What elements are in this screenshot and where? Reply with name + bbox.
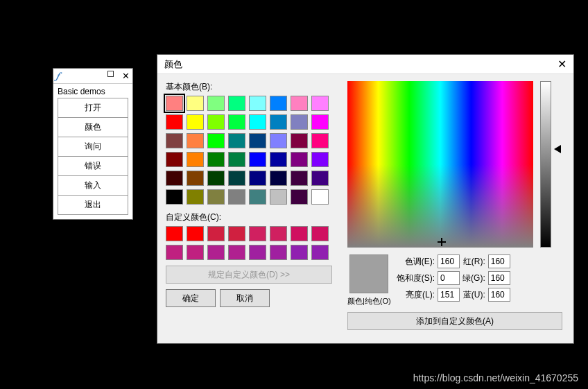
color-swatch[interactable] [270,189,287,205]
custom-swatch[interactable] [291,226,308,241]
custom-swatch[interactable] [166,245,183,260]
ok-button[interactable]: 确定 [166,289,216,307]
menu-item[interactable]: 颜色 [58,117,128,137]
custom-swatch[interactable] [311,245,329,260]
color-swatch[interactable] [187,133,204,148]
color-swatch[interactable] [291,189,308,205]
close-icon[interactable]: ✕ [557,58,567,71]
color-swatch[interactable] [270,171,287,186]
custom-colors-label: 自定义颜色(C): [166,211,338,223]
lum-input[interactable] [438,288,460,302]
color-swatch[interactable] [166,171,183,186]
color-swatch[interactable] [166,152,183,167]
blue-input[interactable] [488,288,510,302]
preview-label: 颜色|纯色(O) [347,296,391,306]
color-swatch[interactable] [291,133,308,148]
blue-label: 蓝(U): [462,289,485,301]
color-swatch[interactable] [249,189,266,205]
menu-item[interactable]: 错误 [58,156,128,175]
color-swatch[interactable] [207,189,225,205]
color-swatch[interactable] [311,189,329,205]
basic-colors-label: 基本颜色(B): [166,81,338,93]
color-swatch[interactable] [311,114,329,130]
custom-swatch[interactable] [207,245,225,260]
menu-item[interactable]: 询问 [58,137,128,156]
basic-demos-window: 𝒇 ✕ Basic demos 打开颜色询问错误输入退出 [53,68,133,220]
color-swatch[interactable] [187,96,204,111]
color-swatch[interactable] [228,152,245,167]
maximize-icon[interactable] [107,71,114,77]
color-swatch[interactable] [228,114,245,130]
color-gradient[interactable] [347,81,533,248]
color-swatch[interactable] [291,171,308,186]
color-swatch[interactable] [187,189,204,205]
color-swatch[interactable] [311,152,329,167]
color-swatch[interactable] [228,171,245,186]
menu-item[interactable]: 退出 [58,195,128,215]
define-custom-button[interactable]: 规定自定义颜色(D) >> [166,266,332,284]
color-swatch[interactable] [207,152,225,167]
dialog-titlebar: 颜色 ✕ [157,55,573,74]
custom-swatch[interactable] [207,226,225,241]
green-input[interactable] [488,271,510,285]
color-swatch[interactable] [249,152,266,167]
custom-swatch[interactable] [311,226,329,241]
red-input[interactable] [488,254,510,268]
hue-input[interactable] [438,254,460,268]
custom-swatch[interactable] [249,226,266,241]
color-swatch[interactable] [270,96,287,111]
color-swatch[interactable] [249,114,266,130]
color-swatch[interactable] [249,96,266,111]
add-to-custom-button[interactable]: 添加到自定义颜色(A) [347,312,562,330]
color-swatch[interactable] [270,133,287,148]
color-swatch[interactable] [166,189,183,205]
luminance-arrow-icon [554,145,561,153]
color-swatch[interactable] [228,96,245,111]
color-swatch[interactable] [249,171,266,186]
color-swatch[interactable] [311,171,329,186]
color-swatch[interactable] [291,96,308,111]
custom-colors-grid [166,226,338,260]
custom-swatch[interactable] [166,226,183,241]
luminance-slider[interactable] [540,81,551,248]
color-swatch[interactable] [187,114,204,130]
custom-swatch[interactable] [228,245,245,260]
custom-swatch[interactable] [187,245,204,260]
color-swatch[interactable] [291,152,308,167]
color-swatch[interactable] [311,133,329,148]
custom-swatch[interactable] [249,245,266,260]
color-swatch[interactable] [187,152,204,167]
color-swatch[interactable] [207,133,225,148]
color-swatch[interactable] [228,133,245,148]
color-swatch[interactable] [228,189,245,205]
color-swatch[interactable] [166,133,183,148]
color-preview [349,254,388,293]
menu-item[interactable]: 输入 [58,175,128,195]
color-swatch[interactable] [166,114,183,130]
custom-swatch[interactable] [270,226,287,241]
color-swatch[interactable] [291,114,308,130]
color-swatch[interactable] [187,171,204,186]
color-swatch[interactable] [207,171,225,186]
watermark: https://blog.csdn.net/weixin_41670255 [413,372,578,383]
close-icon[interactable]: ✕ [122,71,130,81]
color-swatch[interactable] [270,114,287,130]
color-swatch[interactable] [207,96,225,111]
custom-swatch[interactable] [291,245,308,260]
tk-icon: 𝒇 [56,70,60,82]
color-swatch[interactable] [207,114,225,130]
menu-item[interactable]: 打开 [58,98,128,117]
color-swatch[interactable] [311,96,329,111]
sat-input[interactable] [438,271,460,285]
custom-swatch[interactable] [187,226,204,241]
basic-colors-grid [166,96,338,205]
color-swatch[interactable] [249,133,266,148]
lum-label: 亮度(L): [397,289,435,301]
custom-swatch[interactable] [228,226,245,241]
color-swatch[interactable] [270,152,287,167]
cancel-button[interactable]: 取消 [220,289,270,307]
custom-swatch[interactable] [270,245,287,260]
color-swatch[interactable] [166,96,183,111]
green-label: 绿(G): [462,273,485,284]
dialog-title: 颜色 [164,58,182,71]
